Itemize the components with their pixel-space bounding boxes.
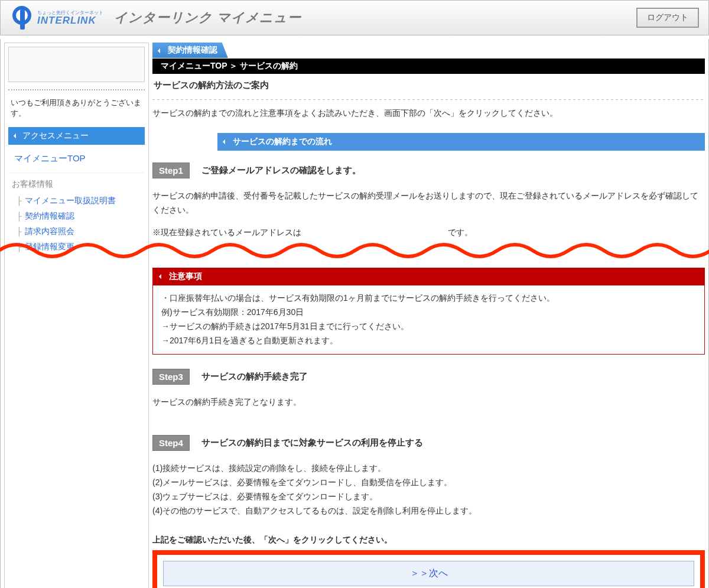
step1-note-suffix: です。	[448, 228, 473, 237]
main-content: 契約情報確認 マイメニューTOP ＞ サービスの解約 サービスの解約方法のご案内…	[152, 43, 705, 588]
step3-paragraph: サービスの解約手続き完了となります。	[152, 395, 705, 410]
step3-title: サービスの解約手続き完了	[201, 371, 308, 382]
sidebar-item-label: 登録情報変更	[25, 242, 74, 252]
tab-label-text: 契約情報確認	[168, 45, 217, 54]
warning-header-label: 注意事項	[169, 271, 202, 282]
tree-icon: ├	[17, 196, 21, 206]
logo-brand: INTERLINK	[37, 15, 103, 25]
warning-line: ・口座振替年払いの場合は、サービス有効期限の1ヶ月前までにサービスの解約手続きを…	[161, 291, 696, 306]
tree-icon: ├	[17, 227, 21, 236]
sidebar-item-contract[interactable]: ├ 契約情報確認	[8, 209, 145, 224]
access-menu-label: アクセスメニュー	[22, 131, 89, 141]
sidebar-top-link[interactable]: マイメニューTOP	[8, 145, 145, 173]
step4-line: (4)その他のサービスで、自動アクセスしてるものは、設定を削除し利用を停止します…	[152, 504, 705, 518]
logo-icon	[10, 6, 34, 30]
arrow-icon	[159, 274, 164, 279]
step1-badge: Step1	[152, 163, 190, 178]
divider	[152, 99, 705, 100]
next-button[interactable]: ＞＞次へ	[163, 561, 694, 586]
thanks-text: いつもご利用頂きありがとうございます。	[8, 98, 145, 119]
sidebar-item-manual[interactable]: ├ マイメニュー取扱説明書	[8, 193, 145, 209]
warning-line: →サービスの解約手続きは2017年5月31日までに行ってください。	[161, 320, 696, 334]
logout-button[interactable]: ログアウト	[636, 8, 699, 28]
arrow-icon	[14, 134, 18, 138]
page-title: サービスの解約方法のご案内	[152, 74, 705, 97]
step3-badge: Step3	[152, 369, 190, 385]
header-title: インターリンク マイメニュー	[114, 9, 301, 27]
step4-badge: Step4	[152, 435, 190, 451]
warning-line: →2017年6月1日を過ぎると自動更新されます。	[161, 334, 696, 348]
sidebar-item-label: 契約情報確認	[25, 211, 74, 222]
sidebar-item-label: マイメニュー取扱説明書	[25, 196, 116, 206]
user-box	[8, 47, 145, 82]
step1-title: ご登録メールアドレスの確認をします。	[201, 165, 361, 176]
next-button-highlight: ＞＞次へ	[152, 550, 705, 588]
flow-section-header: サービスの解約までの流れ	[217, 133, 705, 151]
step4-line: (3)ウェブサービスは、必要情報を全てダウンロードします。	[152, 490, 705, 504]
step1-paragraph: サービスの解約申請後、受付番号を記載したサービスの解約受理メールをお送りしますの…	[152, 189, 705, 217]
breadcrumb: マイメニューTOP ＞ サービスの解約	[152, 59, 705, 74]
step4-line: (2)メールサービスは、必要情報を全てダウンロードし、自動受信を停止します。	[152, 476, 705, 490]
arrow-icon	[223, 139, 227, 144]
header: ちょっと先行くインターネット INTERLINK インターリンク マイメニュー …	[0, 0, 709, 35]
step1-row: Step1 ご登録メールアドレスの確認をします。	[152, 163, 705, 178]
tree-icon: ├	[17, 212, 21, 221]
step3-row: Step3 サービスの解約手続き完了	[152, 369, 705, 385]
confirm-text: 上記をご確認いただいた後、「次へ」をクリックしてください。	[152, 535, 705, 545]
lead-text: サービスの解約までの流れと注意事項をよくお読みいただき、画面下部の「次へ」をクリ…	[152, 108, 705, 119]
sidebar: いつもご利用頂きありがとうございます。 アクセスメニュー マイメニューTOP お…	[4, 43, 149, 588]
step4-line: (1)接続サービスは、接続設定の削除をし、接続を停止します。	[152, 462, 705, 476]
step1-note-prefix: ※現在登録されているメールアドレスは	[152, 228, 301, 237]
step1-note: ※現在登録されているメールアドレスは です。	[152, 226, 705, 240]
sidebar-item-billing[interactable]: ├ 請求内容照会	[8, 224, 145, 239]
step4-list: (1)接続サービスは、接続設定の削除をし、接続を停止します。 (2)メールサービ…	[152, 462, 705, 518]
tree-icon: ├	[17, 242, 21, 252]
warning-header: 注意事項	[152, 268, 705, 285]
step4-row: Step4 サービスの解約日までに対象サービスの利用を停止する	[152, 435, 705, 451]
access-menu-header: アクセスメニュー	[8, 127, 145, 145]
sidebar-item-label: 請求内容照会	[25, 226, 74, 237]
sidebar-group-label: お客様情報	[8, 173, 145, 193]
warning-line: 例)サービス有効期限：2017年6月30日	[161, 306, 696, 320]
logo: ちょっと先行くインターネット INTERLINK	[10, 6, 103, 30]
sidebar-item-registration[interactable]: ├ 登録情報変更	[8, 239, 145, 255]
warning-box: ・口座振替年払いの場合は、サービス有効期限の1ヶ月前までにサービスの解約手続きを…	[152, 285, 705, 354]
step4-title: サービスの解約日までに対象サービスの利用を停止する	[201, 437, 423, 449]
flow-section-label: サービスの解約までの流れ	[233, 137, 332, 147]
page-tab: 契約情報確認	[152, 43, 228, 58]
arrow-icon	[158, 48, 162, 53]
